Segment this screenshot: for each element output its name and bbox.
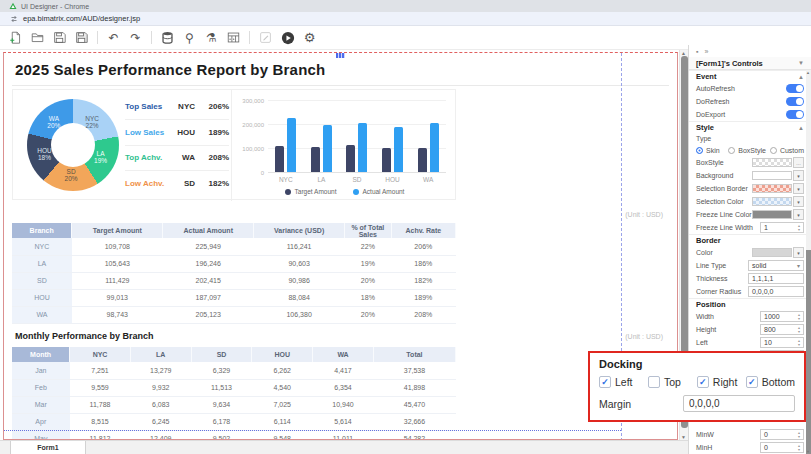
collapse-panel-icon[interactable]: »	[704, 48, 708, 55]
panel-header[interactable]: [Form1]'s Controls ▼	[689, 57, 811, 70]
settings-icon: ⚙	[304, 31, 316, 44]
data-grid-button[interactable]	[225, 29, 242, 46]
section-event[interactable]: Event ▲	[689, 70, 811, 82]
bar	[430, 123, 439, 172]
table-cell: 111,429	[72, 272, 163, 289]
table-cell: Apr	[12, 413, 70, 430]
table-cell: 208%	[391, 306, 455, 323]
urlbar[interactable]: epa.bimatrix.com/AUD/designer.jsp	[0, 12, 811, 26]
selection-color-swatch[interactable]	[752, 197, 792, 206]
legend-dot-icon	[285, 189, 291, 195]
minw-stepper[interactable]: 0▴▾	[760, 429, 804, 440]
flask-button[interactable]: ⚗	[203, 29, 220, 46]
kpi-list: Top SalesNYC206%Low SalesHOU189%Top Achv…	[125, 94, 229, 196]
selection-border-dropdown-button[interactable]: ▾	[793, 183, 804, 194]
freeze-line-width-stepper[interactable]: 1▴▾	[760, 222, 804, 233]
database-button[interactable]	[159, 29, 176, 46]
line-type-select[interactable]: solid▾	[748, 260, 804, 271]
pie-slice-label: HOU18%	[37, 147, 51, 161]
save-button[interactable]	[51, 29, 68, 46]
bar	[418, 148, 427, 172]
radio-label: BoxStyle	[738, 147, 766, 154]
minh-stepper[interactable]: 0▴▾	[760, 442, 804, 453]
margin-input[interactable]	[683, 395, 795, 412]
minw-row: MinW 0▴▾	[689, 428, 811, 441]
redo-button[interactable]: ↷	[127, 29, 144, 46]
boxstyle-more-button[interactable]: …	[793, 157, 804, 168]
section-position[interactable]: Position	[689, 298, 811, 310]
freeze-line-color-swatch[interactable]	[752, 210, 792, 219]
background-dropdown-button[interactable]: ▾	[793, 170, 804, 181]
stepper-arrows-icon[interactable]: ▴▾	[795, 326, 803, 334]
legend-item: Actual Amount	[353, 188, 405, 195]
table-cell: 6,083	[130, 396, 191, 413]
section-border[interactable]: Border	[689, 234, 811, 246]
bar-plot: 0100,000200,000300,000	[268, 100, 446, 172]
table-row: Apr8,5156,2456,1786,1145,61432,666	[12, 413, 456, 430]
doexport-toggle[interactable]	[786, 110, 804, 119]
selection-color-dropdown-button[interactable]: ▾	[793, 196, 804, 207]
url-text[interactable]: epa.bimatrix.com/AUD/designer.jsp	[23, 14, 140, 23]
scroll-up-icon[interactable]: ▲	[806, 70, 810, 75]
freeze-line-width-row: Freeze Line Width 1▴▾	[689, 221, 811, 234]
stepper-arrows-icon[interactable]: ▴▾	[795, 431, 803, 439]
table-cell: NYC	[12, 238, 72, 255]
toolbar-divider	[249, 31, 250, 44]
dorefresh-row: DoRefresh	[689, 95, 811, 108]
unit-label: (Unit : USD)	[625, 211, 663, 218]
design-canvas-form[interactable]: 2025 Sales Performance Report by Branch …	[3, 52, 678, 440]
open-folder-button[interactable]	[29, 29, 46, 46]
freeze-line-color-dropdown-button[interactable]: ▾	[793, 209, 804, 220]
scroll-down-icon[interactable]: ▼	[806, 449, 810, 454]
radio-custom[interactable]: Custom	[770, 147, 804, 154]
autorefresh-toggle[interactable]	[786, 84, 804, 93]
table-cell: 45,470	[373, 396, 455, 413]
tools-button[interactable]: ⚲	[181, 29, 198, 46]
stepper-arrows-icon[interactable]: ▴▾	[795, 444, 803, 452]
border-color-dropdown-button[interactable]: ▾	[793, 247, 804, 258]
table-cell: 109,708	[72, 238, 163, 255]
selection-border-swatch[interactable]	[752, 184, 792, 193]
monthly-performance-table: MonthNYCLASDHOUWATotalJan7,25113,2796,32…	[12, 347, 456, 440]
dock-checkbox-bottom[interactable]: ✓Bottom	[746, 376, 795, 388]
form-tab[interactable]: Form1	[10, 441, 86, 454]
dorefresh-toggle[interactable]	[786, 97, 804, 106]
dock-checkbox-top[interactable]: Top	[648, 376, 697, 388]
height-stepper[interactable]: 800▴▾	[760, 324, 804, 335]
dock-checkbox-left[interactable]: ✓Left	[599, 376, 648, 388]
boxstyle-swatch[interactable]	[752, 158, 792, 167]
background-swatch[interactable]	[752, 171, 792, 180]
pin-icon[interactable]: ▪	[696, 48, 698, 55]
edit-button[interactable]	[257, 29, 274, 46]
corner-radius-input[interactable]: 0,0,0,0	[748, 286, 804, 297]
dock-checkbox-right[interactable]: ✓Right	[697, 376, 746, 388]
stepper-arrows-icon[interactable]: ▴▾	[795, 339, 803, 347]
new-file-button[interactable]	[7, 29, 24, 46]
table-cell: 4,417	[313, 362, 374, 379]
border-color-swatch[interactable]	[752, 248, 792, 257]
open-folder-icon	[31, 31, 44, 44]
table-cell: 98,743	[72, 306, 163, 323]
data-grid-icon	[227, 31, 240, 44]
table-cell: 11,812	[70, 430, 131, 440]
stepper-arrows-icon[interactable]: ▴▾	[795, 313, 803, 321]
selection-handle[interactable]	[336, 53, 345, 58]
flask-icon: ⚗	[206, 32, 217, 44]
panel-scrollbar[interactable]: ▲ ▼	[806, 70, 811, 454]
run-button[interactable]	[279, 29, 296, 46]
width-stepper[interactable]: 1000▴▾	[760, 311, 804, 322]
app-logo-icon	[9, 2, 17, 10]
page-break-line-horizontal	[4, 430, 621, 431]
undo-button[interactable]: ↶	[105, 29, 122, 46]
radio-skin[interactable]: Skin	[696, 147, 724, 154]
thickness-input[interactable]: 1,1,1,1	[748, 273, 804, 284]
save-all-button[interactable]	[73, 29, 90, 46]
table-cell: HOU	[12, 289, 72, 306]
stepper-arrows-icon[interactable]: ▴▾	[795, 224, 803, 232]
settings-button[interactable]: ⚙	[301, 29, 318, 46]
left-stepper[interactable]: 10▴▾	[760, 337, 804, 348]
table-cell: 88,084	[254, 289, 345, 306]
section-style[interactable]: Style ▲	[689, 121, 811, 133]
radio-boxstyle[interactable]: BoxStyle	[728, 147, 766, 154]
scrollbar-thumb[interactable]	[806, 250, 811, 454]
